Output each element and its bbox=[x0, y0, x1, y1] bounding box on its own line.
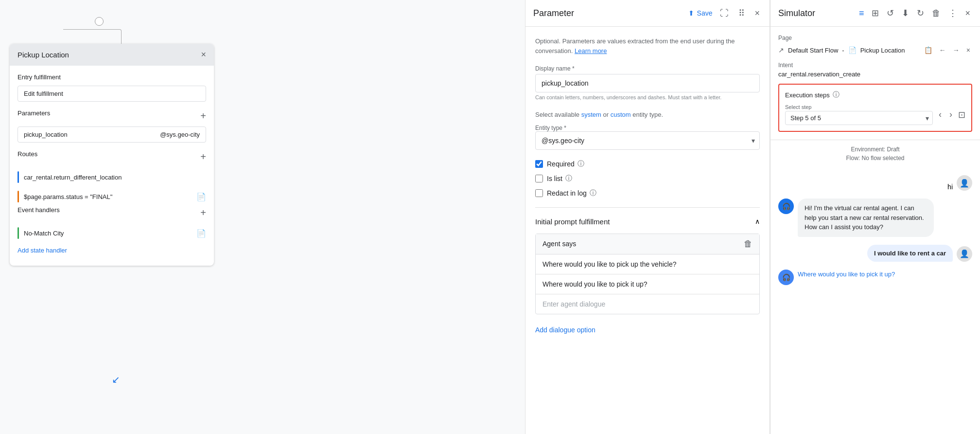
param-name: pickup_location bbox=[24, 131, 68, 138]
page-node-header: Pickup Location × bbox=[10, 44, 214, 66]
page-icon: 📄 bbox=[848, 46, 857, 54]
parameter-panel: Parameter ⬆ Save ⛶ ⠿ × Optional. Paramet… bbox=[525, 0, 770, 434]
fulfillment-collapse-icon: ∧ bbox=[755, 217, 760, 225]
intent-value: car_rental.reservation_create bbox=[778, 71, 972, 78]
add-route-button[interactable]: + bbox=[200, 152, 206, 162]
dialogue-item-2[interactable]: Where would you like to pick it up? bbox=[536, 274, 759, 294]
route-item-2[interactable]: $page.params.status = "FINAL" 📄 bbox=[18, 187, 206, 206]
execution-steps-controls: Select step Step 5 of 5 ▾ ‹ › ⊡ bbox=[785, 104, 965, 125]
drag-button[interactable]: ⠿ bbox=[736, 6, 747, 20]
page-nav-close-icon[interactable]: × bbox=[964, 44, 972, 56]
parameter-description: Optional. Parameters are values extracte… bbox=[535, 36, 760, 55]
parameters-title: Parameters bbox=[18, 109, 50, 117]
learn-more-link[interactable]: Learn more bbox=[575, 47, 607, 54]
sim-undo-icon[interactable]: ↺ bbox=[885, 6, 896, 20]
param-type: @sys.geo-city bbox=[160, 131, 200, 138]
arrow-indicator: ↙ bbox=[112, 374, 120, 385]
simulator-info-section: Page ↗ Default Start Flow - 📄 Pickup Loc… bbox=[770, 27, 980, 140]
required-row: Required ⓘ bbox=[535, 160, 760, 168]
page-node-close-btn[interactable]: × bbox=[201, 50, 206, 60]
sim-delete-icon[interactable]: 🗑 bbox=[930, 6, 943, 20]
add-state-handler-button[interactable]: Add state handler bbox=[18, 243, 206, 258]
agent-headset-icon-1: 🎧 bbox=[782, 202, 790, 210]
sim-more-icon[interactable]: ⋮ bbox=[946, 6, 959, 20]
dialogue-item-1[interactable]: Where would you like to pick up the vehi… bbox=[536, 254, 759, 274]
connector-top-circle bbox=[95, 17, 104, 26]
panel-actions: ⬆ Save ⛶ ⠿ × bbox=[688, 6, 762, 20]
display-name-hint: Can contain letters, numbers, underscore… bbox=[535, 94, 760, 100]
route-item-1[interactable]: car_rental.return_different_location bbox=[18, 167, 206, 187]
agent-says-header: Agent says 🗑 bbox=[536, 234, 759, 254]
sim-grid-icon[interactable]: ⊞ bbox=[870, 6, 881, 20]
entity-type-select[interactable]: @sys.geo-city bbox=[535, 131, 760, 150]
route-2-doc-icon: 📄 bbox=[196, 192, 206, 201]
step-camera-icon[interactable]: ⊡ bbox=[958, 109, 965, 120]
redact-in-log-label: Redact in log ⓘ bbox=[547, 189, 596, 198]
redact-in-log-row: Redact in log ⓘ bbox=[535, 189, 760, 198]
page-nav-forward-icon[interactable]: → bbox=[951, 44, 962, 56]
is-list-help-icon[interactable]: ⓘ bbox=[565, 174, 572, 183]
display-name-label: Display name * bbox=[535, 65, 760, 72]
flow-icon: ↗ bbox=[778, 46, 784, 54]
event-item-1[interactable]: No-Match City 📄 bbox=[18, 223, 206, 243]
page-node-title: Pickup Location bbox=[18, 51, 69, 59]
sim-lines-icon[interactable]: ≡ bbox=[857, 6, 866, 20]
select-step-label: Select step bbox=[785, 104, 933, 110]
chat-user-message-1: I would like to rent a car 👤 bbox=[778, 245, 972, 262]
simulator-panel: Simulator ≡ ⊞ ↺ ⬇ ↻ 🗑 ⋮ × Page ↗ Default… bbox=[770, 0, 980, 434]
page-node-body: Entry fulfillment Edit fulfillment Param… bbox=[10, 66, 214, 266]
user-message-1-text: I would like to rent a car bbox=[867, 245, 953, 262]
page-nav-copy-icon[interactable]: 📋 bbox=[922, 44, 934, 56]
fulfillment-section-header[interactable]: Initial prompt fulfillment ∧ bbox=[535, 217, 760, 226]
sim-refresh-icon[interactable]: ↻ bbox=[915, 6, 926, 20]
custom-link[interactable]: custom bbox=[611, 111, 631, 118]
route-2-label: $page.params.status = "FINAL" bbox=[24, 193, 112, 200]
execution-steps-help-icon[interactable]: ⓘ bbox=[833, 90, 840, 99]
save-cloud-icon: ⬆ bbox=[688, 9, 694, 17]
required-checkbox[interactable] bbox=[535, 160, 543, 168]
execution-steps-label: Execution steps bbox=[785, 91, 830, 99]
page-node: Pickup Location × Entry fulfillment Edit… bbox=[10, 44, 214, 266]
agent-says-trash-icon[interactable]: 🗑 bbox=[744, 239, 752, 249]
required-label: Required ⓘ bbox=[547, 160, 584, 168]
is-list-label: Is list ⓘ bbox=[547, 174, 572, 183]
redact-help-icon[interactable]: ⓘ bbox=[590, 189, 596, 198]
step-next-button[interactable]: › bbox=[947, 108, 954, 122]
user-avatar-2: 👤 bbox=[957, 246, 972, 262]
required-help-icon[interactable]: ⓘ bbox=[578, 160, 584, 168]
step-prev-button[interactable]: ‹ bbox=[937, 108, 944, 122]
redact-in-log-checkbox[interactable] bbox=[535, 189, 543, 197]
route-1-label: car_rental.return_different_location bbox=[24, 174, 122, 181]
agent-message-2-text: Where would you like to pick it up? bbox=[798, 270, 895, 279]
sim-flow-row: ↗ Default Start Flow - 📄 Pickup Location… bbox=[778, 44, 972, 56]
system-link[interactable]: system bbox=[581, 111, 601, 118]
save-label: Save bbox=[697, 9, 713, 17]
intent-label: Intent bbox=[778, 62, 972, 69]
add-parameter-button[interactable]: + bbox=[200, 111, 206, 121]
sim-download-icon[interactable]: ⬇ bbox=[900, 6, 911, 20]
add-dialogue-option-button[interactable]: Add dialogue option bbox=[535, 322, 595, 338]
sim-close-icon[interactable]: × bbox=[963, 6, 972, 20]
close-panel-button[interactable]: × bbox=[752, 6, 762, 20]
dialogue-input-placeholder[interactable]: Enter agent dialogue bbox=[536, 294, 759, 314]
step-select[interactable]: Step 5 of 5 bbox=[785, 111, 933, 125]
agent-says-box: Agent says 🗑 Where would you like to pic… bbox=[535, 234, 760, 314]
agent-avatar-1: 🎧 bbox=[778, 199, 794, 214]
page-nav-back-icon[interactable]: ← bbox=[937, 44, 948, 56]
save-button[interactable]: ⬆ Save bbox=[688, 9, 713, 17]
event-1-label: No-Match City bbox=[24, 230, 64, 237]
edit-fulfillment-button[interactable]: Edit fulfillment bbox=[18, 86, 206, 102]
checkbox-group: Required ⓘ Is list ⓘ Redact in log ⓘ bbox=[535, 160, 760, 198]
display-name-input[interactable] bbox=[535, 74, 760, 92]
parameter-row[interactable]: pickup_location @sys.geo-city bbox=[18, 127, 206, 143]
fullscreen-button[interactable]: ⛶ bbox=[718, 6, 731, 20]
add-event-button[interactable]: + bbox=[200, 208, 206, 217]
env-label: Environment: Draft bbox=[775, 145, 975, 154]
canvas-panel: Pickup Location × Entry fulfillment Edit… bbox=[0, 0, 525, 434]
is-list-row: Is list ⓘ bbox=[535, 174, 760, 183]
is-list-checkbox[interactable] bbox=[535, 175, 543, 182]
agent-message-1-text: Hi! I'm the virtual car rental agent. I … bbox=[798, 199, 934, 237]
parameters-section-header: Parameters + bbox=[18, 109, 206, 122]
hi-text: hi bbox=[947, 183, 953, 191]
page-info-label: Page bbox=[778, 35, 972, 41]
